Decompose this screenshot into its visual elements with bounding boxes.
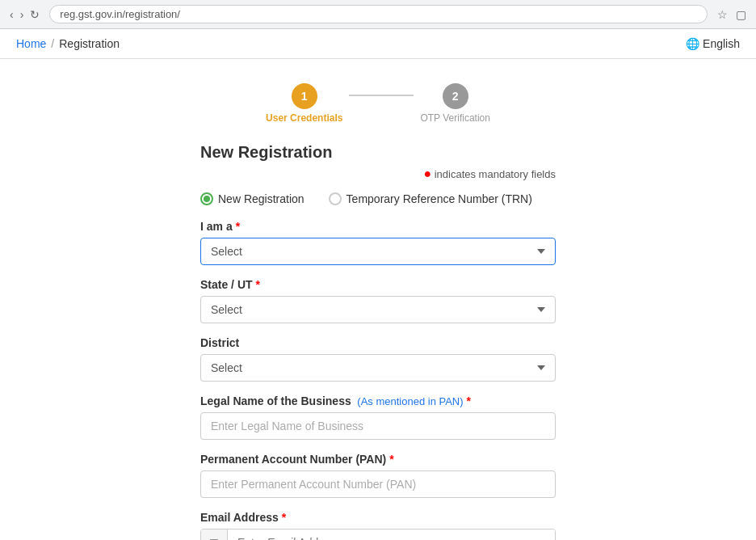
browser-controls: ‹ › ↻ [10,8,40,21]
mandatory-note-text: indicates mandatory fields [435,168,556,180]
legal-name-input[interactable] [200,412,556,440]
pan-label: Permanent Account Number (PAN) * [200,453,556,466]
district-label: District [200,336,556,349]
tab-icon[interactable]: ▢ [736,8,746,21]
pan-required: * [389,453,393,466]
legal-name-label: Legal Name of the Business (As mentioned… [200,394,556,407]
address-bar[interactable]: reg.gst.gov.in/registration/ [49,5,708,23]
district-field: District Select [200,336,556,382]
state-ut-label: State / UT * [200,278,556,291]
email-input[interactable] [228,529,555,540]
language-selector[interactable]: 🌐 English [686,37,740,50]
top-nav: Home / Registration 🌐 English [0,29,756,59]
email-icon: ✉ [201,529,228,540]
email-required: * [282,511,286,524]
step-1-circle: 1 [292,83,317,109]
progress-steps: 1 User Credentials 2 OTP Verification [32,75,724,124]
email-field: Email Address * ✉ i OTP will be sent to … [200,511,556,540]
registration-type-group: New Registration Temporary Reference Num… [200,192,556,205]
pan-field: Permanent Account Number (PAN) * [200,453,556,498]
radio-new-registration-btn [200,192,213,205]
radio-trn[interactable]: Temporary Reference Number (TRN) [329,192,532,205]
breadcrumb-current: Registration [59,37,120,50]
district-select[interactable]: Select [200,354,556,382]
legal-name-field: Legal Name of the Business (As mentioned… [200,394,556,440]
pan-mention: (As mentioned in PAN) [355,395,464,407]
back-icon[interactable]: ‹ [10,8,14,21]
step-2-label: OTP Verification [420,112,489,124]
breadcrumb-separator: / [51,37,54,50]
radio-trn-label: Temporary Reference Number (TRN) [346,192,532,205]
i-am-a-required: * [236,220,240,233]
forward-icon[interactable]: › [20,8,24,21]
globe-icon: 🌐 [686,37,699,50]
step-1-label: User Credentials [266,112,342,124]
email-input-wrapper: ✉ [200,529,556,540]
pan-input[interactable] [200,470,556,498]
mandatory-dot: ● [423,167,431,180]
state-ut-select[interactable]: Select [200,296,556,323]
bookmark-icon[interactable]: ☆ [717,8,728,21]
url-text: reg.gst.gov.in/registration/ [60,8,180,20]
step-1-wrapper: 1 User Credentials [266,83,342,124]
page-title: New Registration [200,143,556,162]
legal-name-required: * [467,394,471,407]
step-connector [349,95,414,96]
mandatory-note: ● indicates mandatory fields [200,167,556,181]
breadcrumb-home-link[interactable]: Home [16,37,46,50]
state-ut-required: * [256,278,260,291]
browser-bar: ‹ › ↻ reg.gst.gov.in/registration/ ☆ ▢ [0,0,756,29]
main-content: 1 User Credentials 2 OTP Verification Ne… [0,59,756,540]
i-am-a-select[interactable]: Select [200,238,556,265]
reload-icon[interactable]: ↻ [30,8,40,21]
language-label: English [703,37,740,50]
state-ut-field: State / UT * Select [200,278,556,323]
radio-trn-btn [329,192,342,205]
email-label: Email Address * [200,511,556,524]
radio-new-registration-label: New Registration [218,192,304,205]
browser-actions: ☆ ▢ [717,8,746,21]
step-2-circle: 2 [443,83,468,109]
breadcrumb: Home / Registration [16,37,120,50]
i-am-a-label: I am a * [200,220,556,233]
form-container: New Registration ● indicates mandatory f… [200,143,556,540]
step-2-wrapper: 2 OTP Verification [420,83,489,124]
radio-new-registration[interactable]: New Registration [200,192,304,205]
i-am-a-field: I am a * Select [200,220,556,265]
